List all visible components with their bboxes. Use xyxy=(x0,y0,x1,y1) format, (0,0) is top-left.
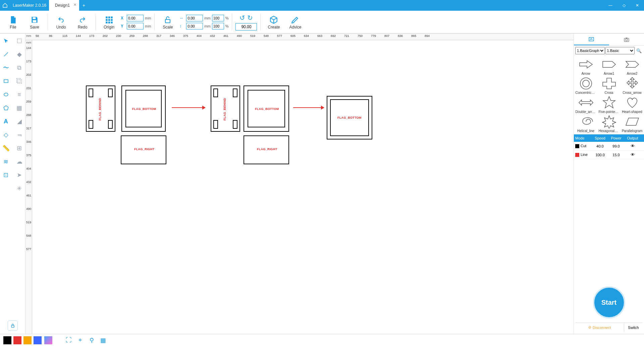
polygon-tool[interactable] xyxy=(1,103,11,113)
ruler-tool[interactable]: 📏 xyxy=(1,143,11,154)
graph-tool[interactable]: ⫬ xyxy=(14,129,25,140)
cloud-tool[interactable]: ☁ xyxy=(14,156,25,167)
shape-cat-a[interactable]: 1.BasicGraph xyxy=(575,47,605,54)
curve-tool[interactable]: 〜 xyxy=(1,62,11,73)
maximize-button[interactable]: ◇ xyxy=(617,0,631,11)
layer-row[interactable]: Cut40.099.0👁 xyxy=(574,142,644,151)
color-gradient[interactable] xyxy=(44,336,52,344)
shape-icon xyxy=(623,95,642,110)
height-input[interactable] xyxy=(186,23,203,30)
shape-item[interactable]: Arrow2 xyxy=(621,57,643,75)
shape-item[interactable]: Arrow xyxy=(575,57,597,75)
ruler-v-tick: 548 xyxy=(26,234,31,237)
minimize-button[interactable]: — xyxy=(604,0,617,11)
undo-button[interactable]: Undo xyxy=(51,12,71,32)
switch-button[interactable]: Switch xyxy=(624,323,643,332)
ellipse-tool[interactable] xyxy=(1,89,11,100)
arrow-2 xyxy=(293,107,324,108)
svg-rect-2 xyxy=(106,16,107,18)
color-swatch[interactable] xyxy=(13,336,21,344)
send-tool[interactable]: ➤ xyxy=(14,170,25,180)
close-tab-icon[interactable]: ✕ xyxy=(73,3,76,7)
scale-button[interactable]: Scale xyxy=(158,12,177,32)
start-button[interactable]: Start xyxy=(593,286,625,319)
color-swatch[interactable] xyxy=(23,336,32,344)
shape-icon xyxy=(577,95,595,110)
home-icon[interactable] xyxy=(0,3,10,8)
x-input[interactable] xyxy=(127,15,144,21)
duplicate-tool[interactable]: ⿻ xyxy=(14,76,25,86)
copy-tool[interactable]: ⧉ xyxy=(14,62,25,73)
marquee-tool[interactable] xyxy=(14,36,25,46)
document-tab[interactable]: Design1 ✕ xyxy=(49,0,79,11)
rotate-ccw-icon[interactable]: ↺ xyxy=(239,14,245,22)
tab-camera[interactable] xyxy=(609,34,644,45)
layout-tool[interactable]: ⊡ xyxy=(1,170,11,180)
width-input[interactable] xyxy=(186,15,203,21)
shape-item[interactable]: Concentric_circle xyxy=(575,76,597,95)
scale-x-input[interactable] xyxy=(212,15,224,21)
redo-button[interactable]: Redo xyxy=(73,12,92,32)
select-tool[interactable] xyxy=(1,36,11,46)
scale-y-input[interactable] xyxy=(212,23,224,30)
save-icon xyxy=(30,15,39,25)
ruler-h-tick: 779 xyxy=(371,34,376,38)
spark-tool[interactable]: ✳ xyxy=(14,183,25,194)
shape-item[interactable]: Cross_arrow xyxy=(621,76,643,95)
mirror-tool[interactable]: ◢ xyxy=(14,116,25,127)
ruler-h-tick: 750 xyxy=(358,34,363,38)
color-swatch[interactable] xyxy=(3,336,11,344)
flag-behind-1: FLAG_BEHIND xyxy=(98,98,102,120)
lock-canvas-button[interactable] xyxy=(8,321,18,331)
shape-item[interactable]: Double_arrow xyxy=(575,95,597,114)
shape-item[interactable]: Arrow1 xyxy=(598,57,620,75)
fit-to-screen-icon[interactable]: ⛶ xyxy=(64,336,73,345)
grid-icon[interactable]: ▦ xyxy=(99,336,107,345)
save-button[interactable]: Save xyxy=(25,12,44,32)
shape-item[interactable]: Heart-shaped xyxy=(621,95,643,114)
ruler-v-tick: 231 xyxy=(26,86,31,90)
shape-item[interactable]: Five-pointed_star xyxy=(598,95,620,114)
shape-item[interactable]: Hexagonal_star xyxy=(598,114,620,133)
eraser-tool[interactable]: ◇ xyxy=(1,129,11,140)
shape-item[interactable]: Parallelogram xyxy=(621,114,643,133)
align-left-tool[interactable]: ≡ xyxy=(14,89,25,100)
add-tab-button[interactable]: + xyxy=(79,3,89,8)
disconnect-icon: ⊘ xyxy=(588,325,591,330)
tab-label: Design1 xyxy=(55,3,70,8)
shape-fill-tool[interactable]: ◆ xyxy=(14,49,25,60)
disconnect-button[interactable]: ⊘Disconnect xyxy=(575,325,624,330)
shape-label: Double_arrow xyxy=(576,110,596,114)
rotate-cw-icon[interactable]: ↻ xyxy=(247,14,253,22)
table-tool[interactable]: ⊞ xyxy=(14,143,25,154)
eye-icon[interactable]: 👁 xyxy=(624,142,641,150)
text-tool[interactable]: A xyxy=(1,116,11,127)
shape-item[interactable]: Helical_line xyxy=(575,114,597,133)
layers-tool[interactable]: ≋ xyxy=(1,156,11,167)
y-input[interactable] xyxy=(127,23,144,30)
advice-button[interactable]: Advice xyxy=(285,12,305,32)
drawing-canvas[interactable]: FLAG_BEHIND FLAG_BOTTOM FLAG_RIGHT FLAG_… xyxy=(32,40,574,334)
shape-label: Cross xyxy=(604,91,613,95)
layer-row[interactable]: Line100.015.0👁 xyxy=(574,151,644,159)
grid-array-tool[interactable]: ▦ xyxy=(14,103,25,113)
rect-tool[interactable] xyxy=(1,76,11,86)
focus-icon[interactable]: ⌖ xyxy=(76,336,85,345)
file-button[interactable]: File xyxy=(3,12,23,32)
line-tool[interactable] xyxy=(1,49,11,60)
origin-button[interactable]: Origin xyxy=(99,12,119,32)
magnet-icon[interactable]: ⚲ xyxy=(87,336,96,345)
close-window-button[interactable]: ✕ xyxy=(631,0,644,11)
ruler-v-tick: 173 xyxy=(26,60,31,63)
angle-input[interactable] xyxy=(235,23,257,31)
shape-cat-b[interactable]: 1.Basic xyxy=(605,47,635,54)
ruler-v-tick: 375 xyxy=(26,154,31,157)
search-shapes-icon[interactable]: 🔍 xyxy=(635,47,643,54)
tab-shapes[interactable] xyxy=(574,34,609,45)
shape-icon xyxy=(577,57,595,72)
ruler-h-tick: 692 xyxy=(331,34,336,38)
shape-item[interactable]: Cross xyxy=(598,76,620,95)
eye-icon[interactable]: 👁 xyxy=(624,151,641,159)
color-swatch[interactable] xyxy=(34,336,42,344)
create-button[interactable]: Create xyxy=(264,12,283,32)
